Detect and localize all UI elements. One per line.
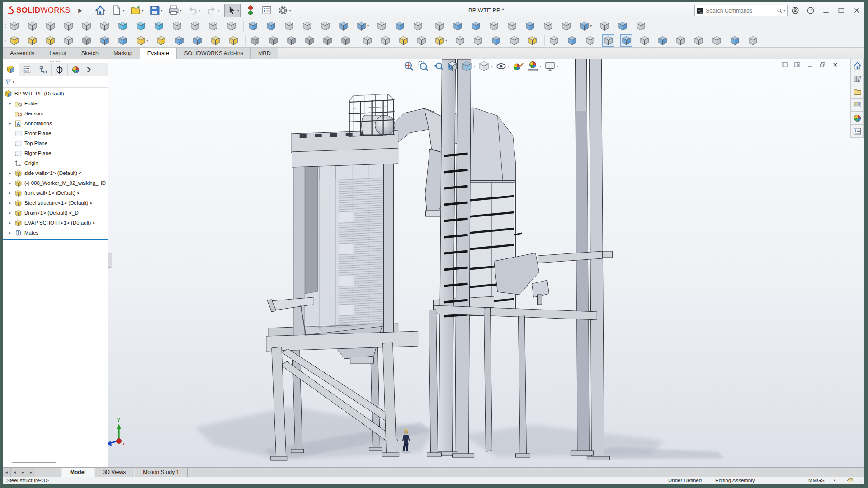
steam-drum-cage[interactable]: [349, 94, 395, 136]
features-toolbar-icon-30[interactable]: [542, 20, 554, 32]
assembly-toolbar-icon-20[interactable]: [361, 34, 373, 47]
expand-arrow-icon[interactable]: ▸: [9, 230, 14, 235]
assembly-toolbar-icon-26[interactable]: [472, 34, 484, 47]
assembly-toolbar-icon-02[interactable]: [26, 34, 38, 47]
minimize-document-button[interactable]: [805, 60, 815, 69]
previous-tab-button[interactable]: ◄: [11, 468, 19, 477]
expand-arrow-icon[interactable]: ▸: [9, 181, 14, 185]
panel-splitter-grip[interactable]: [108, 253, 112, 268]
expand-arrow-icon[interactable]: ▸: [9, 221, 14, 225]
next-tab-button[interactable]: ►: [19, 468, 27, 477]
expand-arrow-icon[interactable]: ▸: [9, 171, 14, 175]
features-toolbar-icon-11[interactable]: [189, 20, 201, 32]
assembly-toolbar-icon-12[interactable]: [209, 34, 222, 47]
tab-evaluate[interactable]: Evaluate: [140, 47, 177, 59]
tile-left-button[interactable]: [779, 60, 789, 69]
tree-item-side-walls-1-default-default[interactable]: ▸side walls<1> (Default) <: [3, 168, 108, 178]
assembly-toolbar-icon-21[interactable]: [379, 34, 392, 47]
tab-layout[interactable]: Layout: [42, 47, 74, 59]
features-toolbar-icon-23[interactable]: [412, 20, 424, 32]
undo-button[interactable]: ▾: [186, 4, 202, 17]
features-toolbar-icon-20[interactable]: ▾: [355, 20, 370, 32]
assembly-toolbar-icon-28[interactable]: [508, 34, 520, 47]
search-icon[interactable]: [777, 7, 783, 14]
features-toolbar-icon-12[interactable]: [207, 20, 219, 32]
tree-item-drum-1-default-default-d[interactable]: ▸Drum<1> (Default) <_D: [3, 208, 108, 218]
zoom-to-area-button[interactable]: [418, 61, 429, 72]
features-toolbar-icon-19[interactable]: [337, 20, 349, 32]
features-toolbar-icon-05[interactable]: [80, 20, 93, 32]
features-toolbar-icon-01[interactable]: [8, 20, 20, 32]
features-toolbar-icon-14[interactable]: [247, 20, 259, 32]
features-toolbar-icon-24[interactable]: [434, 20, 446, 32]
units-label[interactable]: MMGS: [808, 478, 825, 483]
tree-item-mates[interactable]: ▸Mates: [3, 228, 108, 238]
assembly-toolbar-icon-31[interactable]: [566, 34, 578, 47]
tree-item-steel-structure-1-default-de[interactable]: ▸Steel structure<1> (Default) <: [3, 198, 108, 208]
features-toolbar-icon-02[interactable]: [26, 20, 38, 32]
new-document-button[interactable]: ▾: [110, 4, 126, 17]
redo-button[interactable]: ▾: [205, 4, 221, 17]
assembly-toolbar-icon-01[interactable]: [8, 34, 20, 47]
assembly-toolbar-icon-10[interactable]: [173, 34, 185, 47]
tree-item-annotations[interactable]: ▸Annotations: [3, 118, 108, 128]
assembly-toolbar-icon-39[interactable]: [711, 34, 723, 47]
print-button[interactable]: ▾: [167, 4, 183, 17]
assembly-toolbar-icon-08[interactable]: ▾: [135, 34, 149, 47]
last-tab-button[interactable]: ►: [27, 468, 35, 477]
assembly-toolbar-icon-09[interactable]: [155, 34, 167, 47]
assembly-toolbar-icon-27[interactable]: [490, 34, 502, 47]
features-toolbar-icon-32[interactable]: ▾: [578, 20, 593, 32]
tab-mbd[interactable]: MBD: [251, 47, 278, 59]
close-button[interactable]: [850, 5, 863, 16]
view-tab-motion-study-1[interactable]: Motion Study 1: [134, 468, 188, 477]
close-document-button[interactable]: [830, 60, 840, 69]
features-toolbar-icon-33[interactable]: [599, 20, 611, 32]
select-tool-button[interactable]: ▾: [224, 4, 241, 17]
features-toolbar-icon-06[interactable]: [99, 20, 111, 32]
assembly-toolbar-icon-11[interactable]: [191, 34, 203, 47]
assembly-toolbar-icon-40[interactable]: [729, 34, 741, 47]
assembly-toolbar-icon-15[interactable]: [267, 34, 279, 47]
tab-markup[interactable]: Markup: [106, 47, 140, 59]
assembly-toolbar-icon-17[interactable]: [303, 34, 316, 47]
view-orientation-button[interactable]: ▾: [461, 61, 475, 72]
features-toolbar-icon-21[interactable]: [376, 20, 388, 32]
tab-assembly[interactable]: Assembly: [3, 47, 42, 59]
resize-grip[interactable]: ⋰⋰: [854, 479, 863, 483]
maximize-button[interactable]: [835, 5, 847, 16]
assembly-toolbar-icon-06[interactable]: [99, 34, 111, 47]
home-pane-tab[interactable]: [850, 59, 864, 72]
help-button[interactable]: [804, 5, 816, 16]
assembly-toolbar-icon-24[interactable]: ▾: [434, 34, 448, 47]
tab-solidworks-add-ins[interactable]: SOLIDWORKS Add-Ins: [177, 47, 251, 59]
tree-item-folder[interactable]: ▸Folder: [3, 99, 108, 108]
assembly-toolbar-icon-22[interactable]: [397, 34, 410, 47]
tree-item-front-wall-1-default-default[interactable]: ▸front wall<1> (Default) <: [3, 188, 108, 198]
user-account-button[interactable]: [789, 5, 801, 16]
features-toolbar-icon-16[interactable]: [283, 20, 295, 32]
display-options-button[interactable]: [260, 4, 273, 17]
assembly-toolbar-icon-41[interactable]: [747, 34, 759, 47]
assembly-toolbar-icon-19[interactable]: [340, 34, 352, 47]
panel-expand-tab[interactable]: [84, 63, 94, 76]
search-dropdown-icon[interactable]: ▾: [783, 9, 785, 13]
tab-sketch[interactable]: Sketch: [74, 47, 106, 59]
options-gear-button[interactable]: ▾: [277, 4, 292, 17]
expand-arrow-icon[interactable]: ▸: [9, 201, 14, 205]
features-toolbar-icon-17[interactable]: [301, 20, 313, 32]
first-tab-button[interactable]: ◄: [3, 468, 11, 477]
features-toolbar-icon-35[interactable]: [635, 20, 647, 32]
features-toolbar-icon-28[interactable]: [506, 20, 518, 32]
features-toolbar-icon-22[interactable]: [394, 20, 406, 32]
tag-icon[interactable]: [846, 477, 854, 485]
assembly-toolbar-icon-04[interactable]: [62, 34, 75, 47]
file-explorer-tab[interactable]: [850, 85, 864, 99]
panel-scrollbar[interactable]: [12, 462, 56, 463]
features-toolbar-icon-04[interactable]: [62, 20, 75, 32]
tree-item-origin[interactable]: Origin: [3, 158, 108, 168]
assembly-toolbar-icon-18[interactable]: [321, 34, 334, 47]
model-scene[interactable]: Y Z x: [108, 59, 864, 467]
view-tab-3d-views[interactable]: 3D Views: [94, 468, 134, 477]
assembly-toolbar-icon-05[interactable]: [80, 34, 93, 47]
